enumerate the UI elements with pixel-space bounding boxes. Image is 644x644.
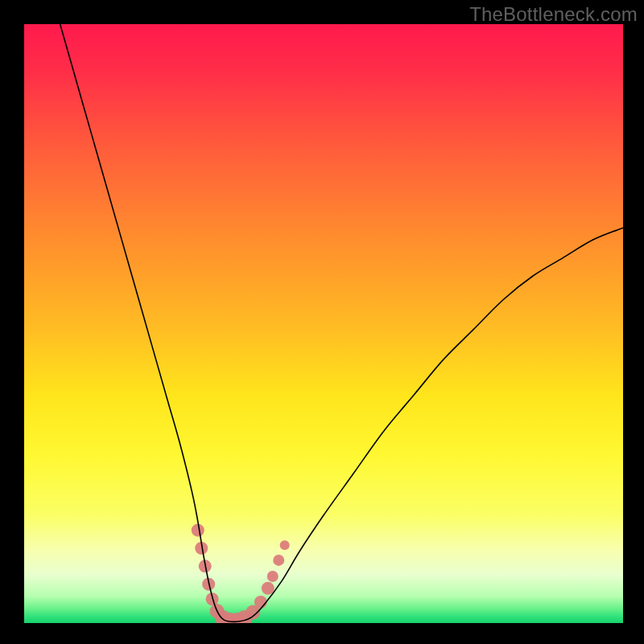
- valley-marker: [280, 540, 290, 550]
- chart-background: [24, 24, 623, 623]
- watermark-text: TheBottleneck.com: [469, 3, 638, 26]
- valley-marker: [262, 582, 275, 595]
- valley-marker: [273, 555, 284, 566]
- valley-marker: [267, 571, 279, 582]
- valley-marker: [192, 524, 204, 537]
- bottleneck-chart: [24, 24, 623, 623]
- valley-marker: [254, 596, 267, 609]
- chart-frame: TheBottleneck.com: [0, 0, 644, 644]
